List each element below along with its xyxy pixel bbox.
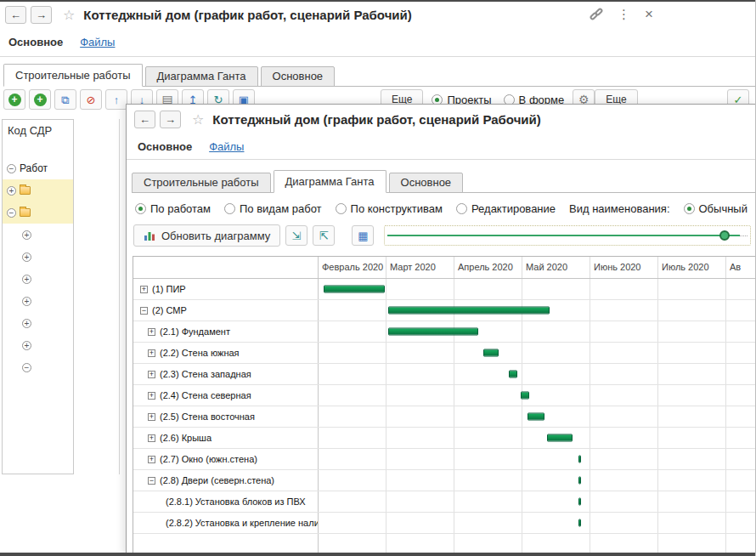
task-bar[interactable] xyxy=(528,413,544,421)
collapse-icon[interactable]: − xyxy=(148,477,155,485)
back-button[interactable]: ← xyxy=(5,6,26,24)
expand-icon[interactable]: + xyxy=(22,275,31,284)
favorite-star-icon[interactable]: ☆ xyxy=(192,111,204,128)
forward-arrow-icon: → xyxy=(36,9,47,21)
expand-icon[interactable]: + xyxy=(22,230,31,240)
wbs-column-header: Код СДР xyxy=(3,120,73,142)
gantt-row[interactable]: +(2.3) Стена западная xyxy=(133,364,756,385)
expand-icon[interactable]: + xyxy=(22,319,31,328)
section-files-link[interactable]: Файлы xyxy=(80,36,115,48)
window-frame-bottom xyxy=(0,553,756,556)
delete-mark-button[interactable]: ⊘ xyxy=(80,89,102,110)
task-timeline xyxy=(319,513,756,533)
tab[interactable]: Диаграмма Ганта xyxy=(274,170,386,193)
expand-icon[interactable]: + xyxy=(148,328,155,336)
close-icon[interactable]: × xyxy=(645,6,653,23)
task-bar[interactable] xyxy=(509,371,517,378)
copy-button[interactable]: ⧉ xyxy=(54,89,76,110)
task-bar[interactable] xyxy=(578,477,581,485)
tree-item[interactable]: − xyxy=(3,201,73,224)
gantt-row[interactable]: (2.8.2) Установка и крепление наличников xyxy=(133,513,756,534)
expand-icon[interactable]: + xyxy=(148,371,155,378)
tab[interactable]: Диаграмма Ганта xyxy=(145,66,258,87)
tree-item[interactable]: + xyxy=(3,290,73,312)
kebab-menu-icon[interactable]: ⋮ xyxy=(618,7,630,22)
radio-option[interactable]: По видам работ xyxy=(224,202,322,215)
tree-item[interactable]: + xyxy=(3,179,73,201)
expand-icon[interactable]: + xyxy=(148,349,155,357)
task-timeline xyxy=(319,470,756,491)
task-bar[interactable] xyxy=(547,434,573,442)
tree-item[interactable]: −Работ xyxy=(3,157,73,179)
move-up-button[interactable]: ↑ xyxy=(105,89,127,110)
tree-item[interactable]: + xyxy=(3,224,73,246)
gantt-row[interactable]: +(2.2) Стена южная xyxy=(133,343,756,364)
link-icon[interactable] xyxy=(590,8,603,21)
slider-handle[interactable] xyxy=(719,230,730,241)
gantt-row[interactable]: +(2.1) Фундамент xyxy=(133,321,756,343)
collapse-icon[interactable]: − xyxy=(7,164,16,173)
expand-levels-icon: ⇲ xyxy=(292,230,302,241)
expand-icon[interactable]: + xyxy=(148,434,155,442)
tab[interactable]: Строительные работы xyxy=(132,173,271,193)
add-copy-button[interactable]: + xyxy=(29,89,51,110)
back-button[interactable]: ← xyxy=(134,111,155,128)
task-bar[interactable] xyxy=(578,456,581,463)
radio-option[interactable]: По работам xyxy=(135,202,211,215)
radio-option[interactable]: По конструктивам xyxy=(336,202,443,215)
section-main[interactable]: Основное xyxy=(8,36,63,48)
collapse-icon[interactable]: − xyxy=(22,363,31,372)
gantt-row[interactable]: +(1) ПИР xyxy=(133,279,756,300)
gantt-row[interactable]: −(2) СМР xyxy=(133,300,756,321)
back-arrow-icon: ← xyxy=(139,113,150,126)
divider xyxy=(0,56,756,57)
collapse-icon[interactable]: − xyxy=(140,307,148,315)
radio-label: По конструктивам xyxy=(351,202,443,215)
tree-item[interactable]: − xyxy=(3,356,73,378)
expand-icon[interactable]: + xyxy=(22,252,31,262)
tab[interactable]: Строительные работы xyxy=(3,64,143,87)
collapse-levels-button[interactable]: ⇱ xyxy=(313,225,335,246)
tree-item[interactable]: + xyxy=(3,268,73,290)
zoom-slider[interactable] xyxy=(384,225,751,246)
favorite-star-icon[interactable]: ☆ xyxy=(63,7,75,23)
add-button[interactable]: + xyxy=(3,89,25,110)
gantt-row[interactable]: +(2.5) Стена восточная xyxy=(133,406,756,428)
task-bar[interactable] xyxy=(578,519,581,527)
forward-button[interactable]: → xyxy=(31,6,52,24)
task-bar[interactable] xyxy=(388,307,550,315)
grid-settings-button[interactable]: ▦ xyxy=(352,225,374,246)
gantt-row[interactable]: (2.8.1) Установка блоков из ПВХ xyxy=(133,491,756,513)
gantt-row[interactable]: −(2.8) Двери (северн.стена) xyxy=(133,470,756,491)
forward-button[interactable]: → xyxy=(160,111,181,128)
radio-option[interactable]: Редактирование xyxy=(456,202,556,215)
task-bar[interactable] xyxy=(521,392,529,400)
section-files-link[interactable]: Файлы xyxy=(209,140,244,153)
tab[interactable]: Основное xyxy=(389,173,464,193)
gantt-row[interactable]: +(2.6) Крыша xyxy=(133,428,756,449)
task-bar[interactable] xyxy=(483,349,499,357)
tree-item[interactable]: + xyxy=(3,246,73,268)
gantt-row[interactable]: +(2.4) Стена северная xyxy=(133,385,756,406)
collapse-icon[interactable]: − xyxy=(7,208,16,218)
expand-icon[interactable]: + xyxy=(148,392,155,400)
task-bar[interactable] xyxy=(388,328,478,336)
task-bar[interactable] xyxy=(578,498,581,506)
expand-levels-button[interactable]: ⇲ xyxy=(285,225,307,246)
expand-icon[interactable]: + xyxy=(22,297,31,306)
gantt-row[interactable]: +(2.7) Окно (южн.стена) xyxy=(133,449,756,470)
gantt-header: Февраль 2020Март 2020Апрель 2020Май 2020… xyxy=(133,257,756,279)
radio-option[interactable]: Обычный xyxy=(684,202,748,215)
expand-icon[interactable]: + xyxy=(22,341,31,350)
tree-item[interactable]: + xyxy=(3,334,73,356)
expand-icon[interactable]: + xyxy=(7,186,16,196)
section-main[interactable]: Основное xyxy=(138,140,192,153)
expand-icon[interactable]: + xyxy=(148,456,155,463)
task-bar[interactable] xyxy=(324,286,384,293)
expand-icon[interactable]: + xyxy=(148,413,155,421)
expand-icon[interactable]: + xyxy=(140,286,148,293)
refresh-diagram-button[interactable]: Обновить диаграмму xyxy=(133,224,280,247)
radio-label: По видам работ xyxy=(240,202,322,215)
tab[interactable]: Основное xyxy=(261,66,336,87)
tree-item[interactable]: + xyxy=(3,312,73,334)
